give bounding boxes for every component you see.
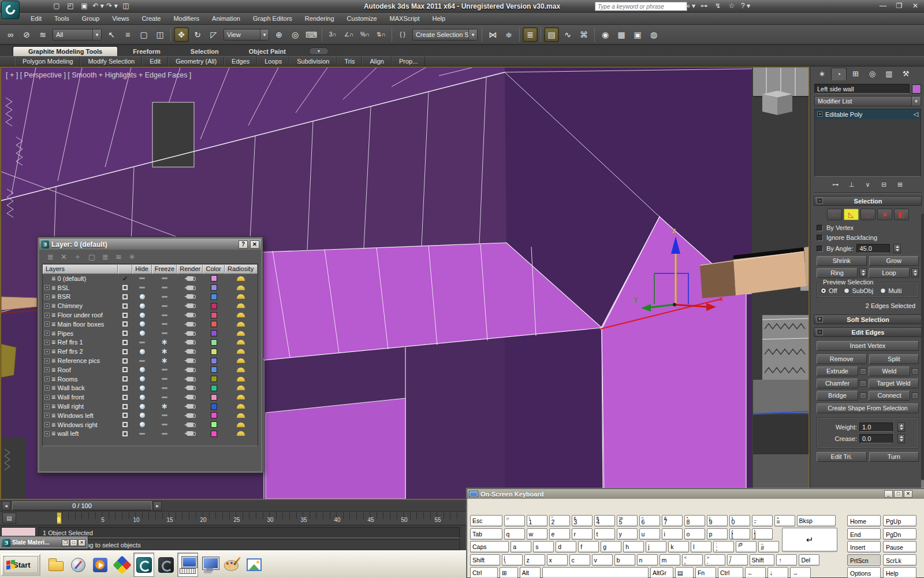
- key-arrow-up[interactable]: ↑: [776, 554, 797, 566]
- taskbar-antivirus-icon[interactable]: [111, 553, 132, 577]
- column-header-freeze[interactable]: Freeze: [152, 264, 177, 274]
- object-color-swatch[interactable]: [912, 84, 921, 94]
- color-cell[interactable]: [203, 431, 225, 437]
- radiosity-cell[interactable]: [225, 377, 258, 381]
- radiosity-cell[interactable]: [225, 431, 258, 436]
- key-pause[interactable]: Pause: [883, 541, 916, 553]
- freeze-cell[interactable]: ∗: [152, 403, 177, 409]
- radiosity-cell[interactable]: [225, 322, 258, 327]
- current-layer-cell[interactable]: [118, 313, 133, 318]
- layer-row-windows-right[interactable]: +≣Windows right: [43, 420, 258, 429]
- osk-minimize-button[interactable]: _: [884, 490, 893, 498]
- hide-cell[interactable]: [133, 349, 152, 354]
- selection-filter-dropdown[interactable]: All▾: [53, 29, 102, 40]
- freeze-cell[interactable]: [152, 414, 177, 416]
- color-cell[interactable]: [203, 349, 225, 355]
- column-header-radiosity[interactable]: Radiosity: [225, 264, 258, 274]
- taskbar-folder-icon[interactable]: [46, 553, 66, 577]
- render-cell[interactable]: [177, 331, 203, 336]
- taskbar-paint-icon[interactable]: [221, 553, 242, 577]
- slate-material-editor-window[interactable]: Ǝ Slate Materi... ❐□✕: [0, 536, 88, 549]
- menu-rendering[interactable]: Rendering: [299, 13, 341, 25]
- edit-edges-rollout-header[interactable]: - Edit Edges: [814, 327, 922, 337]
- layer-dialog-close-button[interactable]: ✕: [250, 240, 259, 249]
- object-name-field[interactable]: [814, 84, 910, 94]
- application-menu-button[interactable]: [1, 1, 20, 19]
- key-a[interactable]: a: [511, 541, 531, 553]
- key-j[interactable]: j: [646, 541, 666, 553]
- soft-selection-rollout-header[interactable]: + Soft Selection: [814, 314, 922, 324]
- key-pgup[interactable]: PgUp: [883, 515, 916, 527]
- current-layer-cell[interactable]: [118, 358, 133, 364]
- render-cell[interactable]: [177, 423, 203, 427]
- mini-curve-editor-button[interactable]: ▤: [2, 513, 16, 524]
- slate-maximize-button[interactable]: □: [70, 539, 77, 546]
- taskbar-computer-icon[interactable]: [199, 553, 220, 577]
- color-cell[interactable]: [203, 376, 225, 382]
- select-and-rotate-icon[interactable]: ↻: [190, 27, 205, 42]
- preview-radio-subobj[interactable]: SubObj: [844, 287, 873, 294]
- named-selection-sets-dropdown[interactable]: Create Selection Se▾: [412, 29, 478, 40]
- key-end[interactable]: End: [847, 528, 881, 540]
- make-unique-icon[interactable]: ∨: [862, 180, 874, 189]
- key-help[interactable]: Help: [883, 567, 916, 578]
- osk-titlebar[interactable]: On-Screen Keyboard _□✕: [467, 489, 924, 499]
- key-pgdn[interactable]: PgDn: [883, 528, 916, 540]
- select-object-icon[interactable]: ↖: [104, 27, 119, 42]
- osk-maximize-button[interactable]: □: [894, 490, 903, 498]
- expand-icon[interactable]: +: [44, 404, 50, 409]
- radiosity-cell[interactable]: [225, 368, 258, 372]
- column-header-current[interactable]: [118, 264, 133, 274]
- layer-settings-icon[interactable]: ✳: [129, 253, 135, 261]
- select-and-move-icon[interactable]: ✥: [174, 27, 189, 42]
- key-arrow-left[interactable]: ←: [745, 567, 766, 578]
- taskbar-image-viewer-icon[interactable]: [243, 553, 264, 577]
- mirror-icon[interactable]: ⋈: [485, 27, 500, 42]
- freeze-cell[interactable]: [152, 277, 177, 279]
- key-m[interactable]: m: [660, 554, 680, 566]
- expand-icon[interactable]: +: [44, 413, 50, 418]
- ribbon-panel-geometry-all[interactable]: Geometry (All): [168, 57, 224, 66]
- render-cell[interactable]: [177, 294, 203, 299]
- curve-editor-icon[interactable]: ∿: [560, 27, 575, 42]
- key-u[interactable]: u: [639, 528, 660, 540]
- hide-cell[interactable]: [133, 342, 152, 343]
- tab-motion[interactable]: ◎: [865, 68, 880, 80]
- chamfer-settings-button[interactable]: [860, 380, 866, 387]
- ignore-backfacing-checkbox[interactable]: [817, 235, 823, 241]
- weight-spinner[interactable]: [897, 423, 905, 432]
- remove-button[interactable]: Remove: [817, 354, 867, 364]
- material-editor-icon[interactable]: ◉: [598, 27, 613, 42]
- hide-cell[interactable]: [133, 303, 152, 309]
- hide-cell[interactable]: [133, 294, 152, 299]
- edge-icon[interactable]: ◺: [844, 209, 859, 220]
- freeze-cell[interactable]: [152, 314, 177, 316]
- border-icon[interactable]: ◡: [860, 209, 875, 220]
- color-cell[interactable]: [203, 385, 225, 391]
- infocenter-search-input[interactable]: [595, 2, 687, 11]
- expand-icon[interactable]: +: [44, 285, 50, 290]
- add-to-layer-icon[interactable]: ＋: [74, 251, 81, 262]
- graphite-ribbon-toggle-icon[interactable]: ▤: [544, 27, 559, 42]
- schematic-view-icon[interactable]: ⌘: [576, 27, 591, 42]
- communication-center-icon[interactable]: ↯: [713, 1, 723, 11]
- key-altgr[interactable]: AltGr: [650, 567, 673, 578]
- key-0[interactable]: )0: [729, 515, 750, 527]
- key-ctrl-right[interactable]: Ctrl: [718, 567, 743, 578]
- menu-help[interactable]: Help: [426, 13, 452, 25]
- crease-field[interactable]: 0.0: [859, 434, 893, 443]
- key-key[interactable]: @': [736, 541, 757, 553]
- ribbon-panel-modify-selection[interactable]: Modify Selection: [80, 57, 142, 66]
- key-del[interactable]: Del: [799, 554, 819, 566]
- layer-row-chimney[interactable]: +≣Chimney: [43, 301, 258, 310]
- freeze-cell[interactable]: [152, 305, 177, 307]
- hide-cell[interactable]: [133, 422, 152, 427]
- key-prtscn[interactable]: PrtScn: [847, 554, 881, 566]
- expand-icon[interactable]: +: [44, 422, 50, 427]
- extrude-settings-button[interactable]: [860, 368, 866, 375]
- tab-display[interactable]: ▥: [881, 68, 897, 80]
- key-ctrl[interactable]: Ctrl: [470, 567, 498, 578]
- layer-dialog-help-button[interactable]: ?: [239, 240, 248, 249]
- snaps-toggle-icon[interactable]: 3∩: [325, 27, 340, 42]
- remove-modifier-icon[interactable]: ⊟: [878, 180, 890, 189]
